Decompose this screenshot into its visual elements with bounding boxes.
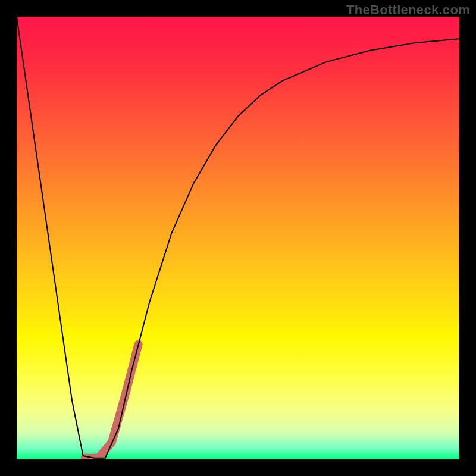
main-curve [17,17,459,458]
highlight-segment [85,345,139,458]
watermark-text: TheBottleneck.com [346,2,470,18]
chart-frame: TheBottleneck.com [0,0,476,476]
plot-area [17,17,459,459]
curve-layer [17,17,459,459]
